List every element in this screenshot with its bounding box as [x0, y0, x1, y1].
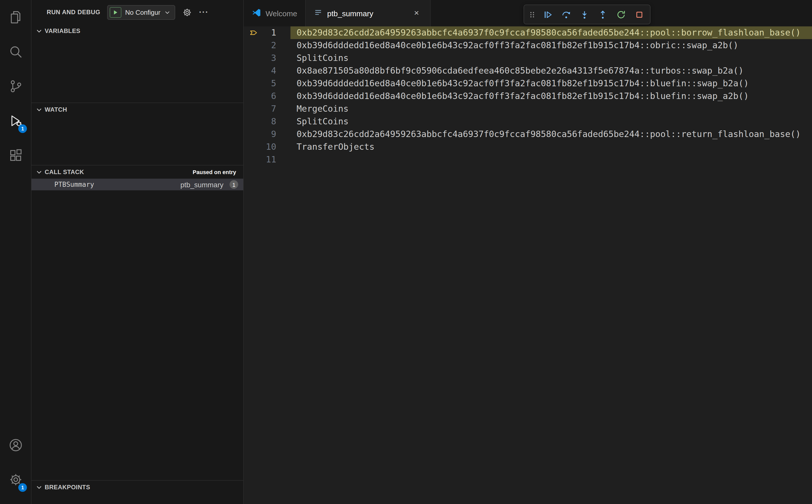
frame-source: ptb_summary [180, 180, 223, 189]
gutter-icon-slot[interactable] [244, 90, 258, 103]
line-text[interactable]: 0xb29d83c26cdd2a64959263abbcfc4a6937f0c9… [290, 26, 812, 39]
line-text[interactable] [290, 153, 812, 166]
activity-settings[interactable]: 1 [0, 462, 31, 497]
restart-icon[interactable] [612, 6, 630, 23]
line-text[interactable]: 0xb39d6dddedd16ed8a40ce0b1e6b43c92acf0ff… [290, 39, 812, 52]
tab-welcome[interactable]: Welcome [244, 0, 306, 26]
list-file-icon [314, 8, 323, 18]
activity-bar-bottom: 1 [0, 428, 31, 504]
gutter-icon-slot[interactable] [244, 128, 258, 141]
chevron-down-icon [164, 9, 171, 15]
line-number[interactable]: 9 [258, 128, 276, 141]
variables-body [31, 38, 243, 103]
call-stack-frame-row[interactable]: PTBSummary ptb_summary 1 [31, 179, 243, 190]
editor-line[interactable]: 11 [244, 153, 812, 166]
editor-line[interactable]: 6 0xb39d6dddedd16ed8a40ce0b1e6b43c92acf0… [244, 90, 812, 103]
start-debug-button[interactable] [110, 7, 122, 18]
chevron-down-icon [36, 169, 43, 176]
line-number[interactable]: 1 [258, 26, 276, 39]
line-number[interactable]: 11 [258, 153, 276, 166]
more-actions-icon[interactable]: ··· [199, 8, 209, 17]
line-number[interactable]: 6 [258, 90, 276, 103]
line-text[interactable]: 0xb29d83c26cdd2a64959263abbcfc4a6937f0c9… [290, 128, 812, 141]
line-text[interactable]: SplitCoins [290, 115, 812, 128]
activity-source-control[interactable] [0, 69, 31, 104]
call-stack-title: CALL STACK [45, 169, 84, 176]
editor-area: Welcome ptb_summary × 1 0xb29d83c26cdd2a… [244, 0, 812, 504]
activity-explorer[interactable] [0, 0, 31, 35]
editor[interactable]: 1 0xb29d83c26cdd2a64959263abbcfc4a6937f0… [244, 26, 812, 504]
gutter-icon-slot[interactable] [244, 115, 258, 128]
activity-extensions[interactable] [0, 138, 31, 173]
editor-lines: 1 0xb29d83c26cdd2a64959263abbcfc4a6937f0… [244, 26, 812, 166]
activity-search[interactable] [0, 35, 31, 69]
pane-title: RUN AND DEBUG [47, 9, 100, 16]
frame-badge: 1 [229, 180, 238, 189]
chevron-down-icon [36, 106, 43, 113]
line-text[interactable]: 0x8ae871505a80d8bf6bf9c05906cda6edfeea46… [290, 64, 812, 77]
editor-line[interactable]: 8 SplitCoins [244, 115, 812, 128]
debug-config-dropdown[interactable]: No Configur [107, 5, 175, 20]
editor-line[interactable]: 9 0xb29d83c26cdd2a64959263abbcfc4a6937f0… [244, 128, 812, 141]
watch-title: WATCH [45, 106, 67, 113]
debug-settings-gear-icon[interactable] [182, 7, 192, 17]
line-number[interactable]: 5 [258, 77, 276, 90]
gutter-icon-slot[interactable] [244, 141, 258, 153]
editor-line[interactable]: 10 TransferObjects [244, 141, 812, 153]
config-label: No Configur [125, 8, 160, 16]
step-out-icon[interactable] [594, 6, 612, 23]
paused-status: Paused on entry [193, 169, 236, 175]
vscode-logo-icon [252, 8, 261, 19]
line-number[interactable]: 7 [258, 103, 276, 115]
editor-line[interactable]: 2 0xb39d6dddedd16ed8a40ce0b1e6b43c92acf0… [244, 39, 812, 52]
line-text[interactable]: 0xb39d6dddedd16ed8a40ce0b1e6b43c92acf0ff… [290, 90, 812, 103]
line-number[interactable]: 2 [258, 39, 276, 52]
activity-account[interactable] [0, 428, 31, 462]
gutter-icon-slot[interactable] [244, 77, 258, 90]
line-number[interactable]: 3 [258, 52, 276, 64]
gutter-icon-slot[interactable] [244, 26, 258, 39]
pane-header: RUN AND DEBUG No Configur ··· [31, 0, 243, 24]
search-icon [8, 45, 23, 59]
line-text[interactable]: MergeCoins [290, 103, 812, 115]
gutter-icon-slot[interactable] [244, 64, 258, 77]
chevron-down-icon [36, 484, 43, 491]
watch-body [31, 116, 243, 165]
step-into-icon[interactable] [575, 6, 594, 23]
line-number[interactable]: 4 [258, 64, 276, 77]
line-text[interactable]: 0xb39d6dddedd16ed8a40ce0b1e6b43c92acf0ff… [290, 77, 812, 90]
files-icon [8, 10, 23, 24]
line-number[interactable]: 10 [258, 141, 276, 153]
line-text[interactable]: TransferObjects [290, 141, 812, 153]
activity-bar: 1 [0, 0, 31, 504]
section-variables[interactable]: VARIABLES [31, 24, 243, 38]
editor-line[interactable]: 3 SplitCoins [244, 52, 812, 64]
gutter-icon-slot[interactable] [244, 153, 258, 166]
editor-line[interactable]: 7 MergeCoins [244, 103, 812, 115]
section-call-stack-wrap: CALL STACK Paused on entry PTBSummary pt… [31, 165, 243, 480]
activity-bar-top: 1 [0, 0, 31, 173]
tab-label: ptb_summary [327, 9, 373, 18]
step-over-icon[interactable] [557, 6, 575, 23]
gutter-icon-slot[interactable] [244, 52, 258, 64]
line-number[interactable]: 8 [258, 115, 276, 128]
section-call-stack[interactable]: CALL STACK Paused on entry [31, 165, 243, 179]
gutter-icon-slot[interactable] [244, 103, 258, 115]
account-icon [8, 438, 23, 452]
tab-label: Welcome [265, 9, 297, 18]
tab-ptb-summary[interactable]: ptb_summary × [306, 0, 431, 26]
stop-icon[interactable] [630, 6, 649, 23]
section-breakpoints[interactable]: BREAKPOINTS [31, 481, 243, 494]
run-debug-sidebar: RUN AND DEBUG No Configur ··· VARIABLES [31, 0, 244, 504]
continue-icon[interactable] [539, 6, 557, 23]
line-text[interactable]: SplitCoins [290, 52, 812, 64]
close-icon[interactable]: × [411, 8, 422, 19]
toolbar-gripper-icon[interactable] [526, 6, 539, 23]
activity-run-debug[interactable]: 1 [0, 104, 31, 138]
editor-line[interactable]: 4 0x8ae871505a80d8bf6bf9c05906cda6edfeea… [244, 64, 812, 77]
editor-line[interactable]: 5 0xb39d6dddedd16ed8a40ce0b1e6b43c92acf0… [244, 77, 812, 90]
editor-line[interactable]: 1 0xb29d83c26cdd2a64959263abbcfc4a6937f0… [244, 26, 812, 39]
section-watch[interactable]: WATCH [31, 103, 243, 116]
gutter-icon-slot[interactable] [244, 39, 258, 52]
play-icon [112, 9, 119, 15]
